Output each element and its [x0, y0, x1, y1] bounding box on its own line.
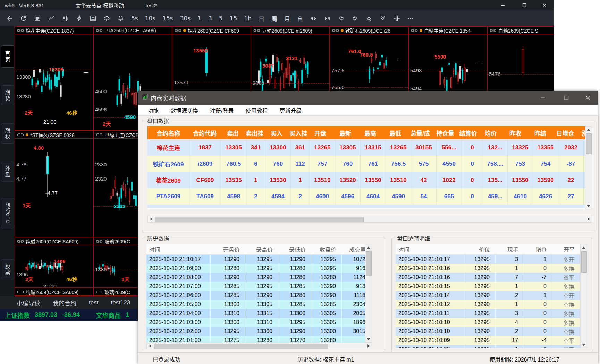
- timeframe-15[interactable]: 15: [230, 15, 237, 22]
- detail-row[interactable]: 2025-10-10 21:10:171329531多开: [396, 255, 580, 264]
- pankou-vscrollbar[interactable]: [585, 126, 592, 209]
- lightning-icon[interactable]: [75, 14, 84, 23]
- menu-item-更新升级[interactable]: 更新升级: [278, 105, 304, 115]
- sidebar-item-2[interactable]: 期货: [1, 85, 14, 105]
- bell-icon[interactable]: [116, 14, 125, 23]
- sidebar-item-5[interactable]: 银行OTC: [1, 198, 14, 228]
- timeframe-月[interactable]: 月: [284, 14, 290, 23]
- pankou-row[interactable]: 棉花主连183713305341133003611326513305133151…: [147, 139, 585, 156]
- cell: 4626: [533, 188, 558, 205]
- timeframe-30s[interactable]: 30s: [180, 15, 191, 22]
- cell: 760: [335, 156, 361, 172]
- dialog-titlebar[interactable]: 内盘实时数据: [138, 91, 598, 105]
- page-tab-test123[interactable]: test123: [110, 298, 131, 307]
- panel-header[interactable]: 白糖主连(CZCE 1854: [409, 27, 487, 34]
- history-row[interactable]: 2025-10-10 21:06:00132851329013280132901…: [146, 291, 365, 300]
- dialog-minimize-icon[interactable]: [533, 91, 553, 105]
- panel-header[interactable]: 白糖2609(CZCE S: [488, 27, 554, 34]
- timeframe-5s[interactable]: 5s: [131, 15, 138, 22]
- history-row[interactable]: 2025-10-10 21:05:00133001330513285132852…: [146, 300, 365, 309]
- sidebar-item-3[interactable]: 期权: [1, 123, 14, 144]
- chart-panel-1[interactable]: 棉花主连(CZCE 1837)1330513300132802天46秒21:00: [15, 26, 93, 131]
- close-icon[interactable]: [536, 0, 552, 10]
- pankou-hscrollbar[interactable]: [147, 216, 592, 223]
- history-row[interactable]: 2025-10-10 21:10:17132901329513290132951…: [146, 255, 365, 264]
- timeframe-5[interactable]: 5: [219, 15, 223, 22]
- page-tab-test[interactable]: test: [88, 298, 99, 307]
- nav-left-icon[interactable]: [337, 14, 346, 23]
- more-icon[interactable]: [406, 14, 415, 23]
- cloud-sync-icon[interactable]: [102, 14, 111, 23]
- detail-row[interactable]: 2025-10-10 21:10:151329510多换: [396, 282, 580, 291]
- detail-row[interactable]: 2025-10-10 21:10:16132907-7双平: [396, 273, 580, 282]
- panel-header[interactable]: 棉花主连(CZCE 1837): [15, 27, 93, 34]
- history-row[interactable]: 2025-10-10 21:08:00132901329013280132801…: [146, 273, 365, 282]
- h-compress-icon[interactable]: [323, 14, 332, 23]
- dialog-close-icon[interactable]: [578, 91, 598, 105]
- menu-item-数据源切换[interactable]: 数据源切换: [168, 105, 200, 115]
- pankou-row[interactable]: PTA2609TA6094598245942460045964604459054…: [147, 188, 585, 205]
- sidebar-item-1[interactable]: 首页: [1, 45, 14, 68]
- dialog-maximize-icon[interactable]: [556, 91, 576, 105]
- detail-row[interactable]: 2025-10-10 21:10:081329510双平: [396, 345, 580, 348]
- panel-header[interactable]: *ST恒久(SZSE 0028: [15, 131, 93, 139]
- chart-panel-12[interactable]: 纯碱2609(CZCE SA609): [15, 288, 93, 296]
- sidebar-item-4[interactable]: 外盘: [1, 162, 14, 182]
- panel-header[interactable]: 豆粕2609(DCE m2609): [251, 27, 329, 34]
- detail-row[interactable]: 2025-10-10 21:10:141329021空开: [396, 291, 580, 300]
- col-header: 日增仓: [553, 126, 578, 139]
- double-down-icon[interactable]: [378, 14, 387, 23]
- history-row[interactable]: 2025-10-10 21:09:00132801329513280132959…: [146, 264, 365, 273]
- detail-row[interactable]: 2025-10-10 21:10:101329020空换: [396, 327, 580, 336]
- measure-icon[interactable]: [392, 14, 401, 23]
- detail-row[interactable]: 2025-10-10 21:10:101329540多换: [396, 318, 580, 327]
- menu-item-使用教程[interactable]: 使用教程: [243, 105, 270, 115]
- page-tab-小编导读[interactable]: 小编导读: [16, 297, 41, 309]
- panel-header[interactable]: 纯碱2609(CZCE SA609): [15, 237, 93, 245]
- pankou-row[interactable]: 棉花2609CF60913535113530113510135201355013…: [147, 172, 585, 188]
- order-box-icon[interactable]: 单: [88, 14, 98, 23]
- panel-header[interactable]: 棉花2609(CZCE CF609: [172, 27, 251, 34]
- detail-row[interactable]: 2025-10-10 21:10:161329510多换: [396, 264, 580, 273]
- chart-panel-8[interactable]: *ST恒久(SZSE 00284.804.784.774.771天: [15, 131, 93, 237]
- timeframe-自[interactable]: 自: [297, 14, 303, 23]
- timeframe-15s[interactable]: 15s: [162, 15, 173, 22]
- timeframe-周[interactable]: 周: [271, 14, 277, 23]
- history-row[interactable]: 2025-10-10 21:04:00133101331513300133052…: [146, 309, 365, 318]
- maximize-icon[interactable]: [516, 0, 532, 10]
- panel-header[interactable]: 纯碱2609(CZCE SA609): [15, 288, 93, 296]
- pankou-row[interactable]: 铁矿石2609i2609760.56760112757760761756.557…: [147, 156, 585, 172]
- sidebar-item-6[interactable]: 股票: [1, 259, 14, 279]
- page-tab-我的合约[interactable]: 我的合约: [52, 297, 77, 309]
- candlestick-icon[interactable]: [61, 14, 70, 23]
- quote-board-icon[interactable]: [33, 14, 42, 23]
- detail-row[interactable]: 2025-10-10 21:10:091329517-4空平: [396, 336, 580, 345]
- price-label: 4590: [124, 114, 136, 120]
- h-expand-icon[interactable]: [309, 14, 318, 23]
- timeframe-日[interactable]: 日: [259, 14, 264, 23]
- history-hscrollbar[interactable]: [146, 343, 372, 349]
- nav-right-icon[interactable]: [350, 14, 360, 23]
- refresh-icon[interactable]: [19, 14, 28, 23]
- chart-panel-10[interactable]: 纯碱2609(CZCE SA609)140613962天46秒21:00: [15, 237, 93, 288]
- history-row[interactable]: 2025-10-10 21:01:0013275132801327013280: [146, 336, 365, 343]
- panel-header[interactable]: PTA2609(CZCE TA609): [94, 27, 172, 34]
- back-icon[interactable]: [5, 14, 14, 23]
- detail-row[interactable]: 2025-10-10 21:10:111329530多换: [396, 309, 580, 318]
- menu-item-功能[interactable]: 功能: [145, 105, 161, 115]
- timeframe-1h[interactable]: 1h: [244, 15, 252, 22]
- history-row[interactable]: 2025-10-10 21:07:00132851329513285132909…: [146, 282, 365, 291]
- timeframe-10s[interactable]: 10s: [145, 15, 156, 22]
- line-chart-icon[interactable]: [47, 14, 56, 23]
- detail-vscrollbar[interactable]: [580, 244, 587, 348]
- history-row[interactable]: 2025-10-10 21:02:00132951330013290133003…: [146, 327, 365, 336]
- menu-item-注册/登录[interactable]: 注册/登录: [208, 105, 236, 115]
- timeframe-3[interactable]: 3: [208, 15, 212, 22]
- timeframe-1[interactable]: 1: [197, 15, 201, 22]
- panel-header[interactable]: 铁矿石2609(DCE i26: [330, 27, 408, 34]
- detail-row[interactable]: 2025-10-10 21:10:121329010空换: [396, 300, 580, 309]
- double-up-icon[interactable]: [364, 14, 373, 23]
- history-row[interactable]: 2025-10-10 21:03:00133001331013295133051…: [146, 318, 365, 327]
- history-vscrollbar[interactable]: [365, 244, 372, 343]
- minimize-icon[interactable]: [495, 0, 511, 10]
